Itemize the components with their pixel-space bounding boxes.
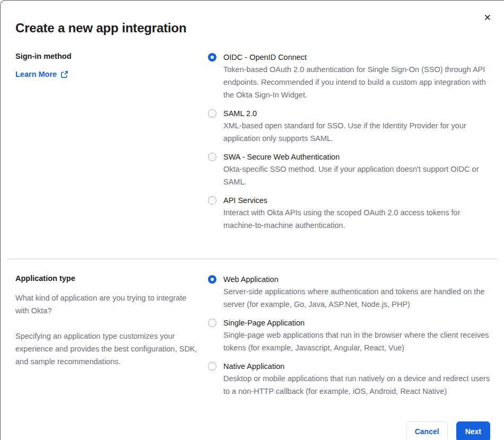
radio-option-title[interactable]: Native Application [223, 360, 490, 372]
radio-option-title[interactable]: SAML 2.0 [223, 108, 490, 119]
sign-in-method-label: Sign-in method [15, 51, 198, 61]
close-button[interactable]: ✕ [482, 11, 493, 24]
radio-button-icon[interactable] [208, 153, 216, 161]
radio-option[interactable]: SAML 2.0 XML-based open standard for SSO… [208, 108, 490, 145]
cancel-button[interactable]: Cancel [406, 421, 448, 440]
next-button[interactable]: Next [456, 421, 490, 440]
radio-option-title[interactable]: Single-Page Application [223, 317, 490, 329]
application-type-left-column: Application type What kind of applicatio… [15, 274, 208, 368]
radio-option-title[interactable]: Web Application [223, 274, 490, 285]
close-icon: ✕ [484, 12, 491, 23]
radio-option-description: Interact with Okta APIs using the scoped… [223, 206, 490, 232]
sign-in-method-left-column: Sign-in method Learn More [15, 51, 208, 79]
sign-in-method-options: OIDC - OpenID Connect Token-based OAuth … [208, 51, 490, 238]
section-divider [7, 259, 497, 259]
create-app-integration-modal: ✕ Create a new app integration Sign-in m… [0, 0, 504, 440]
application-type-label: Application type [15, 274, 198, 283]
radio-option-title[interactable]: API Services [223, 195, 490, 206]
external-link-icon [60, 71, 68, 78]
radio-button-icon[interactable] [208, 319, 216, 327]
radio-option-description: Single-page web applications that run in… [223, 329, 490, 354]
radio-option[interactable]: Native Application Desktop or mobile app… [208, 360, 490, 398]
application-type-hint: Specifying an application type customize… [15, 330, 202, 368]
radio-option-title[interactable]: SWA - Secure Web Authentication [223, 151, 490, 163]
radio-option-title[interactable]: OIDC - OpenID Connect [223, 51, 490, 63]
radio-option[interactable]: OIDC - OpenID Connect Token-based OAuth … [208, 51, 490, 101]
radio-option[interactable]: API Services Interact with Okta APIs usi… [208, 195, 490, 232]
radio-button-icon[interactable] [208, 109, 216, 118]
modal-footer: Cancel Next [15, 421, 490, 440]
learn-more-label: Learn More [15, 70, 57, 78]
radio-option-description: Token-based OAuth 2.0 authentication for… [223, 63, 490, 101]
radio-button-icon[interactable] [208, 275, 216, 284]
application-type-question: What kind of application are you trying … [15, 292, 202, 317]
radio-button-icon[interactable] [208, 53, 216, 61]
radio-button-icon[interactable] [208, 362, 216, 371]
modal-title: Create a new app integration [15, 21, 490, 35]
radio-option[interactable]: Single-Page Application Single-page web … [208, 317, 490, 354]
application-type-options: Web Application Server-side applications… [208, 274, 490, 404]
radio-option-description: Okta-specific SSO method. Use if your ap… [223, 163, 490, 188]
radio-button-icon[interactable] [208, 196, 216, 205]
radio-option-description: Server-side applications where authentic… [223, 285, 490, 311]
radio-option[interactable]: Web Application Server-side applications… [208, 274, 490, 311]
learn-more-link[interactable]: Learn More [15, 70, 68, 78]
radio-option-description: Desktop or mobile applications that run … [223, 372, 490, 398]
radio-option[interactable]: SWA - Secure Web Authentication Okta-spe… [208, 151, 490, 188]
radio-option-description: XML-based open standard for SSO. Use if … [223, 119, 490, 145]
section-sign-in-method: Sign-in method Learn More OIDC - OpenID … [15, 51, 490, 238]
section-application-type: Application type What kind of applicatio… [15, 274, 490, 404]
